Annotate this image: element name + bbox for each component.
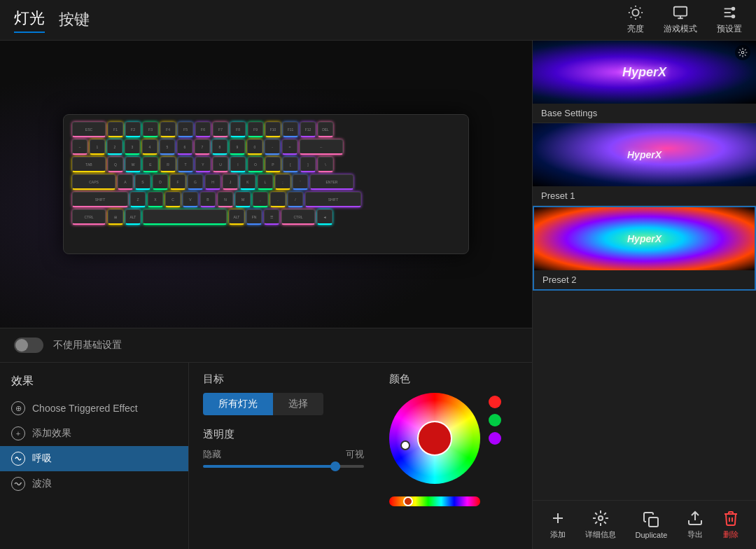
opacity-label: 透明度 <box>203 428 364 441</box>
key-quote: ' <box>293 174 308 190</box>
add-label: 添加 <box>550 529 566 540</box>
opacity-max-label: 可视 <box>346 448 364 461</box>
header-actions: 亮度 游戏模式 预设置 <box>627 5 742 35</box>
base-settings-toggle[interactable] <box>14 338 43 353</box>
key-w: W <box>125 157 141 172</box>
key-1: 1 <box>90 139 105 155</box>
key-comma: , <box>253 192 268 207</box>
svg-point-17 <box>741 51 744 54</box>
key-s: S <box>135 174 150 190</box>
color-wheel-area <box>389 393 501 506</box>
tab-keys[interactable]: 按键 <box>59 9 90 33</box>
opacity-min-label: 隐藏 <box>203 448 221 461</box>
svg-point-20 <box>598 516 603 520</box>
preset-2-logo: HyperX <box>617 228 673 249</box>
add-button[interactable]: 添加 <box>542 504 573 545</box>
left-panel: ESC F1 F2 F3 F4 F5 F6 F7 F8 F9 F10 F11 F… <box>0 41 532 549</box>
opacity-slider-thumb[interactable] <box>330 461 340 471</box>
hyperx-text-2: HyperX <box>627 233 662 244</box>
effects-list: 效果 ⊕ Choose Triggered Effect + 添加效果 呼吸 <box>0 363 189 549</box>
effects-title: 效果 <box>0 370 188 396</box>
effect-item-add[interactable]: + 添加效果 <box>0 421 188 446</box>
opacity-slider-track[interactable] <box>203 465 364 468</box>
key-d: D <box>153 174 168 190</box>
key-rshift: SHIFT <box>305 192 361 207</box>
wave-icon <box>11 477 25 491</box>
effect-item-breathe[interactable]: 呼吸 <box>0 446 188 471</box>
key-l: L <box>258 174 273 190</box>
hue-thumb <box>403 496 413 506</box>
delete-button[interactable]: 删除 <box>715 504 746 545</box>
key-f9: F9 <box>248 122 263 137</box>
right-panel: HyperX Base Settings HyperX <box>532 41 756 549</box>
svg-line-8 <box>640 8 640 8</box>
preset-base-thumb: HyperX <box>533 41 756 104</box>
key-y: Y <box>195 157 211 172</box>
delete-label: 删除 <box>723 529 738 540</box>
header: 灯光 按键 亮度 游戏模式 <box>0 0 756 41</box>
key-n: N <box>218 192 233 207</box>
brightness-action[interactable]: 亮度 <box>627 5 644 35</box>
settings-label: 预设置 <box>717 23 742 35</box>
breathe-label: 呼吸 <box>32 452 52 465</box>
duplicate-button[interactable]: Duplicate <box>629 506 675 545</box>
key-caps: CAPS <box>72 174 115 190</box>
wave-label: 波浪 <box>32 478 52 490</box>
bottom-toolbar: 添加 详细信息 Duplicate <box>533 500 756 549</box>
key-o: O <box>248 157 263 172</box>
preset-1[interactable]: HyperX Preset 1 <box>533 123 756 206</box>
target-select-button[interactable]: 选择 <box>273 393 323 415</box>
key-equal: = <box>282 139 298 155</box>
duplicate-label: Duplicate <box>636 531 668 539</box>
svg-rect-9 <box>674 7 687 16</box>
key-del: DEL <box>318 122 333 137</box>
preset-base[interactable]: HyperX Base Settings <box>533 41 756 123</box>
details-label: 详细信息 <box>585 529 616 540</box>
target-label: 目标 <box>203 373 364 386</box>
swatch-purple[interactable] <box>489 432 501 445</box>
opacity-slider-labels: 隐藏 可视 <box>203 448 364 461</box>
color-wheel[interactable] <box>389 393 480 484</box>
color-hue-slider[interactable] <box>389 496 480 506</box>
game-mode-action[interactable]: 游戏模式 <box>664 5 697 35</box>
effect-item-wave[interactable]: 波浪 <box>0 471 188 496</box>
key-f7: F7 <box>213 122 228 137</box>
trigger-icon: ⊕ <box>11 401 25 415</box>
color-selector-dot <box>400 440 410 450</box>
target-config: 目标 所有灯光 选择 透明度 隐藏 可视 <box>189 363 378 549</box>
target-section: 目标 所有灯光 选择 <box>203 373 364 415</box>
svg-point-15 <box>732 8 735 11</box>
export-button[interactable]: 导出 <box>680 504 710 545</box>
key-f11: F11 <box>283 122 298 137</box>
swatch-green[interactable] <box>489 414 501 426</box>
key-a: A <box>118 174 133 190</box>
key-ralt: ALT <box>229 209 244 225</box>
key-7: 7 <box>195 139 210 155</box>
svg-point-16 <box>732 15 735 18</box>
preset-settings-action[interactable]: 预设置 <box>717 5 742 35</box>
target-all-button[interactable]: 所有灯光 <box>203 393 273 415</box>
key-menu: ☰ <box>264 209 279 225</box>
key-x: X <box>148 192 163 207</box>
svg-line-4 <box>640 17 640 18</box>
key-f5: F5 <box>178 122 193 137</box>
keyboard-display: ESC F1 F2 F3 F4 F5 F6 F7 F8 F9 F10 F11 F… <box>63 114 469 254</box>
preset-2[interactable]: HyperX Preset 2 <box>533 206 756 291</box>
preset-base-settings-icon[interactable] <box>735 45 750 60</box>
preset-1-logo: HyperX <box>617 144 673 165</box>
preset-2-name: Preset 2 <box>534 270 755 289</box>
key-3: 3 <box>125 139 140 155</box>
key-5: 5 <box>160 139 175 155</box>
brightness-label: 亮度 <box>627 23 644 35</box>
toggle-area: 不使用基础设置 <box>0 328 532 363</box>
key-6: 6 <box>177 139 192 155</box>
swatch-red[interactable] <box>489 396 501 408</box>
tab-lighting[interactable]: 灯光 <box>14 8 45 33</box>
effect-item-trigger[interactable]: ⊕ Choose Triggered Effect <box>0 396 188 421</box>
color-swatches <box>489 393 501 445</box>
breathe-icon <box>11 452 25 466</box>
key-8: 8 <box>212 139 227 155</box>
key-4: 4 <box>142 139 158 155</box>
key-lshift: SHIFT <box>72 192 128 207</box>
details-button[interactable]: 详细信息 <box>578 504 623 545</box>
